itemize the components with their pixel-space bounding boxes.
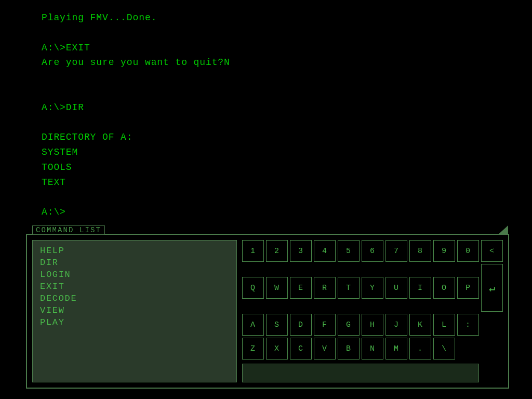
command-item-dir[interactable]: DIR [40,258,229,268]
key-backslash[interactable]: \ [433,338,455,360]
key-8[interactable]: 8 [409,240,431,262]
key-2[interactable]: 2 [266,240,288,262]
key-row-0: 1234567890< [242,240,503,262]
key-U[interactable]: U [385,277,407,299]
key-9[interactable]: 9 [433,240,455,262]
key-enter[interactable]: ↵ [481,264,503,312]
command-item-play[interactable]: PLAY [40,317,229,327]
keyboard-section: 1234567890<QWERTYUIOP↵ASDFGHJKL:ZXCVBNM.… [242,240,503,382]
key-D[interactable]: D [290,314,312,336]
key-O[interactable]: O [433,277,455,299]
key-K[interactable]: K [409,314,431,336]
key-E[interactable]: E [290,277,312,299]
command-input-bar[interactable] [242,364,479,382]
key-A[interactable]: A [242,314,264,336]
key-C[interactable]: C [290,338,312,360]
command-item-exit[interactable]: EXIT [40,282,229,291]
command-panel-title: COMMAND LIST [32,225,105,235]
key-L[interactable]: L [433,314,455,336]
key-<[interactable]: < [481,240,503,262]
key-J[interactable]: J [385,314,407,336]
key-Z[interactable]: Z [242,338,264,360]
key-R[interactable]: R [314,277,336,299]
command-panel: COMMAND LIST HELPDIRLOGINEXITDECODEVIEWP… [26,234,509,389]
key-Y[interactable]: Y [362,277,383,299]
key-period[interactable]: . [409,338,431,360]
key-7[interactable]: 7 [385,240,407,262]
panel-inner: HELPDIRLOGINEXITDECODEVIEWPLAY 123456789… [27,235,508,388]
key-W[interactable]: W [266,277,288,299]
command-item-help[interactable]: HELP [40,246,229,256]
key-P[interactable]: P [457,277,479,299]
key-F[interactable]: F [314,314,336,336]
key-3[interactable]: 3 [290,240,312,262]
command-item-view[interactable]: VIEW [40,305,229,315]
key-0[interactable]: 0 [457,240,479,262]
panel-corner-tab [498,225,508,235]
key-M[interactable]: M [385,338,407,360]
key-6[interactable]: 6 [362,240,383,262]
key-5[interactable]: 5 [338,240,360,262]
terminal-screen: Playing FMV...Done. A:\>EXIT Are you sur… [0,0,532,399]
command-item-decode[interactable]: DECODE [40,294,229,303]
key-S[interactable]: S [266,314,288,336]
key-H[interactable]: H [362,314,383,336]
key-B[interactable]: B [338,338,360,360]
key-V[interactable]: V [314,338,336,360]
key-1[interactable]: 1 [242,240,264,262]
key-N[interactable]: N [362,338,383,360]
key-I[interactable]: I [409,277,431,299]
key-4[interactable]: 4 [314,240,336,262]
key-row-3: ZXCVBNM.\ [242,338,503,360]
key-row-2: ASDFGHJKL: [242,314,503,336]
command-list: HELPDIRLOGINEXITDECODEVIEWPLAY [32,240,237,382]
key-colon[interactable]: : [457,314,479,336]
key-Q[interactable]: Q [242,277,264,299]
key-X[interactable]: X [266,338,288,360]
key-T[interactable]: T [338,277,360,299]
key-G[interactable]: G [338,314,360,336]
key-row-1: QWERTYUIOP↵ [242,264,503,312]
command-item-login[interactable]: LOGIN [40,270,229,280]
console-output: Playing FMV...Done. A:\>EXIT Are you sur… [42,10,230,220]
